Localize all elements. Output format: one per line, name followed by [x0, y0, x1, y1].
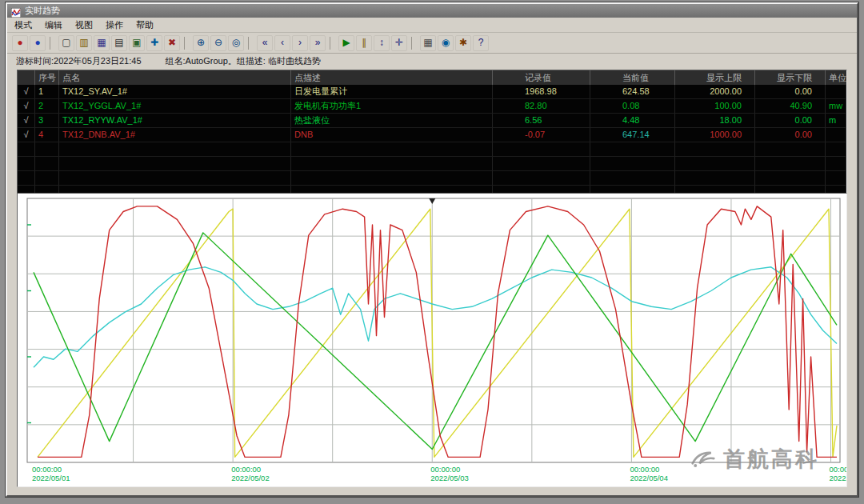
pan-left-icon[interactable]: ‹ — [274, 35, 290, 51]
cell-name — [59, 171, 291, 185]
cell-cur — [590, 171, 675, 185]
cell-unit — [826, 128, 846, 142]
cell-no: 2 — [35, 99, 59, 113]
save-trend-icon[interactable]: ▦ — [94, 35, 110, 51]
table-body: √1TX12_SY.AV_1#日发电量累计1968.98624.582000.0… — [18, 85, 846, 197]
cell-unit: mw — [826, 99, 846, 113]
x-tick-time: 00:00:00 — [231, 465, 261, 474]
watermark: 首航高科 — [689, 445, 819, 474]
grid-toggle-icon[interactable]: ▦ — [420, 35, 436, 51]
table-row[interactable]: √2TX12_YGGL.AV_1#发电机有功功率182.800.08100.00… — [18, 99, 846, 114]
cell-desc — [291, 142, 493, 156]
cell-cur — [590, 142, 675, 156]
cell-check: √ — [18, 128, 35, 142]
menu-item-4[interactable]: 操作 — [106, 19, 123, 31]
table-header-row: 序号点名点描述记录值当前值显示上限显示下限单位 — [18, 70, 846, 85]
cell-hi: 100.00 — [675, 99, 755, 113]
cell-cur: 647.14 — [590, 128, 675, 142]
cell-lo — [755, 157, 826, 170]
zoom-out-icon[interactable]: ⊖ — [210, 35, 226, 51]
cell-hi: 2000.00 — [675, 85, 755, 98]
toolbar-separator — [248, 37, 253, 50]
cell-desc: 热盐液位 — [291, 114, 493, 127]
pan-right-fast-icon[interactable]: » — [310, 35, 326, 51]
cell-check: √ — [18, 85, 35, 98]
pan-left-fast-icon[interactable]: « — [257, 35, 273, 51]
delete-point-icon[interactable]: ✖ — [164, 35, 180, 51]
cell-cur — [590, 157, 675, 170]
cell-lo: 40.90 — [755, 99, 826, 113]
x-tick-time: 00:00:00 — [32, 465, 62, 474]
cell-no: 1 — [35, 85, 59, 98]
cell-rec: 1968.98 — [493, 85, 590, 98]
cell-desc: 发电机有功功率1 — [291, 99, 493, 113]
add-point-icon[interactable]: ✚ — [146, 35, 162, 51]
zoom-in-icon[interactable]: ⊕ — [193, 35, 209, 51]
header-cell-lo: 显示下限 — [755, 70, 826, 85]
cell-no — [35, 142, 59, 156]
cell-rec: -0.07 — [493, 128, 590, 142]
toolbar-separator — [330, 37, 334, 50]
cell-name: TX12_RYYW.AV_1# — [59, 114, 291, 127]
cell-rec: 6.56 — [493, 114, 590, 127]
new-trend-icon[interactable]: ▢ — [58, 35, 74, 51]
watermark-text: 首航高科 — [723, 445, 819, 474]
cell-rec: 82.80 — [493, 99, 590, 113]
cell-desc: DNB — [291, 128, 493, 142]
pan-right-icon[interactable]: › — [292, 35, 308, 51]
menu-item-1[interactable]: 模式 — [14, 19, 32, 31]
trend-window: 实时趋势 模式编辑视图操作帮助 ●●▢▥▦▤▣✚✖⊕⊖◎«‹›»▶∥↕✛▦◉✱?… — [6, 2, 858, 497]
find-icon[interactable]: ◉ — [438, 35, 454, 51]
table-row[interactable]: √4TX12_DNB.AV_1#DNB-0.07647.141000.000.0… — [18, 128, 846, 142]
x-tick-date: 2022/05/03 — [430, 474, 469, 482]
crosshair-icon[interactable]: ✛ — [391, 35, 407, 51]
copy-curve-icon[interactable]: ▣ — [129, 35, 145, 51]
history-mode-icon[interactable]: ● — [30, 35, 46, 51]
header-cell-unit: 单位 — [826, 70, 847, 85]
watermark-logo-icon — [689, 446, 718, 472]
header-cell-name: 点名 — [59, 70, 291, 85]
cell-hi — [675, 157, 755, 170]
group-info-label: 组名:AutoGroup。组描述: 临时曲线趋势 — [166, 55, 321, 67]
header-cell-desc: 点描述 — [291, 70, 493, 85]
realtime-mode-icon[interactable]: ● — [12, 35, 28, 51]
settings-icon[interactable]: ✱ — [455, 35, 471, 51]
titlebar[interactable]: 实时趋势 — [7, 4, 857, 18]
table-row-empty[interactable] — [18, 142, 846, 157]
header-cell-rec: 记录值 — [493, 70, 590, 85]
app-icon — [11, 6, 21, 16]
table-row-empty[interactable] — [18, 157, 846, 171]
x-tick-time: 00:00:00 — [630, 465, 659, 474]
cell-unit — [826, 157, 846, 170]
table-row[interactable]: √1TX12_SY.AV_1#日发电量累计1968.98624.582000.0… — [18, 85, 846, 99]
cell-cur: 0.08 — [590, 99, 675, 113]
header-cell-check — [18, 70, 35, 85]
menu-item-2[interactable]: 编辑 — [45, 19, 62, 31]
menu-item-3[interactable]: 视图 — [75, 19, 93, 31]
vertical-cursor-icon[interactable]: ↕ — [374, 35, 390, 51]
cell-hi — [675, 171, 755, 185]
toolbar-separator — [184, 37, 189, 50]
table-row-empty[interactable] — [18, 171, 846, 186]
cell-check — [18, 171, 35, 185]
cell-hi — [675, 142, 755, 156]
cell-desc: 日发电量累计 — [291, 85, 493, 98]
help-icon[interactable]: ? — [473, 35, 489, 51]
pause-icon[interactable]: ∥ — [356, 35, 372, 51]
trend-chart-panel[interactable]: 00:00:002022/05/0100:00:002022/05/0200:0… — [17, 193, 847, 487]
print-icon[interactable]: ▤ — [111, 35, 127, 51]
cell-cur: 624.58 — [590, 85, 675, 98]
zoom-reset-icon[interactable]: ◎ — [228, 35, 244, 51]
play-icon[interactable]: ▶ — [338, 35, 354, 51]
menubar: 模式编辑视图操作帮助 — [7, 18, 857, 33]
cell-name: TX12_DNB.AV_1# — [59, 128, 291, 142]
menu-item-5[interactable]: 帮助 — [136, 19, 154, 31]
cell-lo — [755, 142, 826, 156]
cell-unit — [826, 85, 846, 98]
table-row[interactable]: √3TX12_RYYW.AV_1#热盐液位6.564.4818.000.00m — [18, 114, 846, 128]
open-trend-icon[interactable]: ▥ — [76, 35, 92, 51]
window-title: 实时趋势 — [25, 4, 60, 18]
cell-rec — [493, 171, 590, 185]
cell-hi: 1000.00 — [675, 128, 755, 142]
x-tick-time: 00:00:00 — [830, 465, 846, 474]
